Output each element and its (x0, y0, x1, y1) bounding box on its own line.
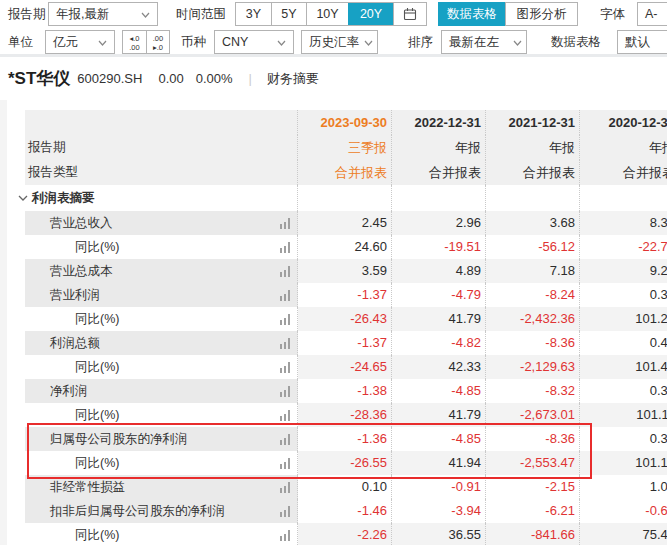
column-header: 合并报表 (580, 160, 667, 185)
value-cell: -28.36 (298, 403, 392, 427)
bar-chart-icon[interactable] (278, 506, 290, 517)
table-row: 净利润-1.38-4.85-8.320.32 (25, 379, 667, 403)
currency-value: CNY (222, 35, 248, 49)
chevron-down-icon (98, 35, 107, 49)
table-row: 同比(%)24.60-19.51-56.12-22.72 (25, 235, 667, 259)
value-cell: 101.11 (580, 403, 667, 427)
row-label: 营业利润 (25, 283, 100, 307)
currency-label: 币种 (181, 35, 206, 49)
row-label-cell: 净利润 (25, 379, 298, 403)
calendar-icon[interactable] (393, 3, 426, 25)
value-cell: -26.55 (298, 451, 392, 475)
view-tab-0[interactable]: 数据表格 (438, 2, 506, 26)
report-period-dropdown[interactable]: 年报,最新 (48, 2, 158, 26)
header-corner (25, 110, 298, 135)
collapse-chevron-icon[interactable] (18, 195, 28, 201)
row-label-cell: 同比(%) (25, 307, 298, 331)
font-label: 字体 (600, 7, 625, 21)
value-cell: 101.44 (580, 355, 667, 379)
value-cell: 0.32 (580, 379, 667, 403)
bar-chart-icon[interactable] (278, 386, 290, 397)
value-cell: 41.79 (392, 403, 486, 427)
bar-chart-icon[interactable] (278, 482, 290, 493)
value-cell: 36.55 (392, 523, 486, 545)
column-header: 2021-12-31 (486, 110, 580, 135)
value-cell: 24.60 (298, 235, 392, 259)
section-title: 利润表摘要 (32, 185, 95, 211)
table-row: 同比(%)-24.6542.33-2,129.63101.44 (25, 355, 667, 379)
value-cell: 9.20 (580, 259, 667, 283)
currency-dropdown[interactable]: CNY (214, 30, 294, 54)
column-header: 年报 (580, 135, 667, 160)
value-cell: -19.51 (392, 235, 486, 259)
value-cell: -4.79 (392, 283, 486, 307)
value-cell: 8.39 (580, 211, 667, 235)
table-row: 扣非后归属母公司股东的净利润-1.46-3.94-6.21-0.66 (25, 499, 667, 523)
table-style-value: 默认 (625, 34, 650, 51)
column-header: 2022-12-31 (392, 110, 486, 135)
bar-chart-icon[interactable] (278, 434, 290, 445)
chevron-down-icon (364, 35, 373, 49)
bar-chart-icon[interactable] (278, 218, 290, 229)
value-cell: -56.12 (486, 235, 580, 259)
increase-decimals-button[interactable]: .00 ▸.0 (146, 31, 169, 53)
time-range-segmented: 3Y5Y10Y20Y (235, 2, 427, 26)
security-change-pct: 0.00% (196, 71, 233, 86)
row-label-cell: 同比(%) (25, 451, 298, 475)
fx-rate-dropdown[interactable]: 历史汇率 (301, 30, 378, 54)
time-range-5y[interactable]: 5Y (271, 3, 306, 25)
bar-chart-icon[interactable] (278, 458, 290, 469)
table-row: 营业总成本3.594.897.189.20 (25, 259, 667, 283)
column-header: 合并报表 (298, 160, 392, 185)
value-cell: 41.79 (392, 307, 486, 331)
bar-chart-icon[interactable] (278, 410, 290, 421)
bar-chart-icon[interactable] (278, 338, 290, 349)
value-cell: 0.35 (580, 283, 667, 307)
value-cell: -4.85 (392, 379, 486, 403)
report-period-label: 报告期 (8, 7, 46, 21)
row-label: 同比(%) (25, 451, 119, 475)
value-cell: 2.45 (298, 211, 392, 235)
value-cell: -8.36 (486, 427, 580, 451)
time-range-20y[interactable]: 20Y (348, 3, 393, 25)
divider: | (249, 71, 252, 86)
column-header: 2023-09-30 (298, 110, 392, 135)
font-size-control[interactable]: A- (637, 2, 667, 26)
value-cell: -2,553.47 (486, 451, 580, 475)
financial-summary-table: 2023-09-302022-12-312021-12-312020-12-31… (25, 110, 667, 545)
table-row: 归属母公司股东的净利润-1.36-4.85-8.360.34 (25, 427, 667, 451)
value-cell: -2,673.01 (486, 403, 580, 427)
unit-dropdown[interactable]: 亿元 (45, 30, 115, 54)
bar-chart-icon[interactable] (278, 530, 290, 541)
time-range-10y[interactable]: 10Y (306, 3, 348, 25)
bar-chart-icon[interactable] (278, 242, 290, 253)
value-cell: -4.85 (392, 427, 486, 451)
decimal-precision-controls: ◂.0 .00 .00 ▸.0 (122, 30, 170, 54)
value-cell: 1.00 (580, 475, 667, 499)
table-row: 利润总额-1.37-4.82-8.360.41 (25, 331, 667, 355)
table-style-label: 数据表格 (551, 35, 601, 49)
row-label: 营业总收入 (25, 211, 113, 235)
report-type-row-label: 报告类型 (25, 160, 298, 185)
value-cell: 41.94 (392, 451, 486, 475)
column-header: 合并报表 (392, 160, 486, 185)
section-income-statement-summary[interactable]: 利润表摘要 (25, 185, 667, 211)
value-cell: -0.91 (392, 475, 486, 499)
bar-chart-icon[interactable] (278, 362, 290, 373)
bar-chart-icon[interactable] (278, 314, 290, 325)
header-row: 2023-09-302022-12-312021-12-312020-12-31 (25, 110, 667, 135)
time-range-label: 时间范围 (176, 7, 226, 21)
unit-value: 亿元 (53, 34, 78, 51)
bar-chart-icon[interactable] (278, 290, 290, 301)
row-label-cell: 同比(%) (25, 403, 298, 427)
bar-chart-icon[interactable] (278, 266, 290, 277)
sort-dropdown[interactable]: 最新在左 (441, 30, 527, 54)
view-tab-1[interactable]: 图形分析 (505, 2, 578, 26)
value-cell: -8.24 (486, 283, 580, 307)
time-range-3y[interactable]: 3Y (236, 3, 271, 25)
decrease-decimals-button[interactable]: ◂.0 .00 (123, 31, 146, 53)
table-style-dropdown[interactable]: 默认 (617, 30, 667, 54)
value-cell: -2,432.36 (486, 307, 580, 331)
row-label-cell: 营业总成本 (25, 259, 298, 283)
row-label-cell: 同比(%) (25, 523, 298, 545)
